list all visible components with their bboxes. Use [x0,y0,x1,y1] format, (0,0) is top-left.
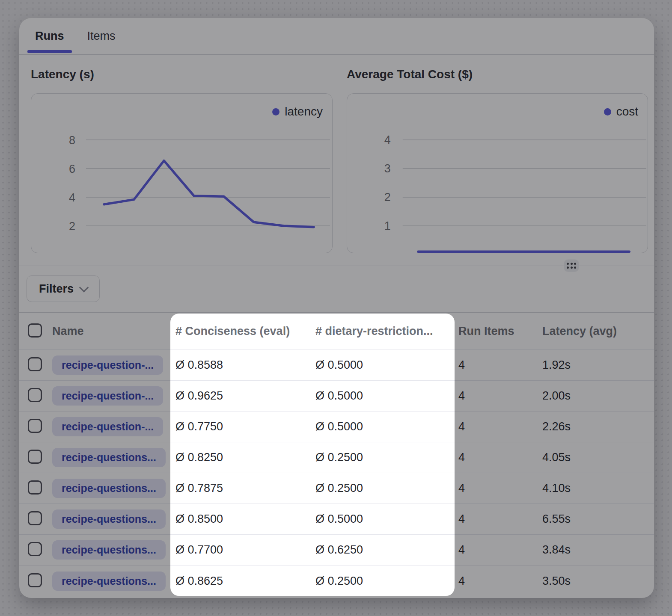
table-row[interactable]: recipe-questions... Ø 0.8500 Ø 0.5000 4 … [19,504,654,535]
table-header: Name # Conciseness (eval) # dietary-rest… [19,312,654,350]
row-checkbox[interactable] [28,419,42,433]
dietary-restriction-cell: Ø 0.2500 [315,482,458,495]
run-name-cell: recipe-question-... [52,386,175,406]
conciseness-cell: Ø 0.8625 [175,575,315,588]
row-select-cell [19,357,52,373]
cost-line-chart: 4321 [347,94,648,253]
latency-chart-legend: latency [272,105,323,118]
svg-text:6: 6 [69,163,75,175]
chevron-down-icon [79,283,89,293]
conciseness-cell: Ø 0.9625 [175,389,315,403]
table-row[interactable]: recipe-question-... Ø 0.9625 Ø 0.5000 4 … [19,381,654,412]
table-row[interactable]: recipe-questions... Ø 0.7700 Ø 0.6250 4 … [19,535,654,566]
run-name-badge[interactable]: recipe-question-... [52,417,163,436]
dietary-restriction-cell: Ø 0.2500 [315,575,458,588]
run-items-cell: 4 [458,451,542,464]
cost-legend-dot-icon [604,108,611,116]
conciseness-cell: Ø 0.7700 [175,543,315,557]
latency-legend-dot-icon [272,108,280,116]
cost-chart-legend: cost [604,105,638,118]
charts-section: Latency (s) 8642 latency Average Total C… [19,55,654,266]
run-name-badge[interactable]: recipe-questions... [52,479,166,498]
run-items-cell: 4 [458,575,542,588]
column-header-dietary-restriction[interactable]: # dietary-restriction... [315,325,458,338]
row-checkbox[interactable] [28,480,42,495]
conciseness-cell: Ø 0.7750 [175,420,315,433]
run-name-cell: recipe-question-... [52,417,175,436]
table-row[interactable]: recipe-questions... Ø 0.7875 Ø 0.2500 4 … [19,473,654,504]
latency-avg-cell: 1.92s [542,358,654,372]
column-header-latency-avg[interactable]: Latency (avg) [542,325,654,338]
row-select-cell [19,419,52,435]
runs-panel-card: Runs Items Latency (s) 8642 latency Aver… [19,18,654,598]
svg-text:3: 3 [384,162,391,175]
row-select-cell [19,573,52,589]
svg-text:2: 2 [69,220,75,233]
tab-runs-label: Runs [35,30,64,43]
table-body: recipe-question-... Ø 0.8588 Ø 0.5000 4 … [19,350,654,596]
table-row[interactable]: recipe-questions... Ø 0.8250 Ø 0.2500 4 … [19,442,654,473]
latency-legend-label: latency [285,105,323,118]
row-checkbox[interactable] [28,450,42,464]
column-header-run-items[interactable]: Run Items [458,325,542,338]
run-items-cell: 4 [458,512,542,526]
table-row[interactable]: recipe-question-... Ø 0.7750 Ø 0.5000 4 … [19,412,654,442]
run-name-cell: recipe-questions... [52,479,175,498]
filters-button[interactable]: Filters [27,275,100,302]
select-all-checkbox[interactable] [28,323,42,338]
row-checkbox[interactable] [28,388,42,402]
run-name-badge[interactable]: recipe-questions... [52,540,166,560]
row-select-cell [19,450,52,465]
column-header-name[interactable]: Name [52,325,175,338]
run-items-cell: 4 [458,482,542,495]
run-items-cell: 4 [458,358,542,372]
row-checkbox[interactable] [28,357,42,371]
run-name-badge[interactable]: recipe-question-... [52,386,163,406]
select-all-cell [19,323,52,339]
cost-chart-title: Average Total Cost ($) [347,68,473,81]
row-checkbox[interactable] [28,511,42,525]
latency-avg-cell: 2.00s [542,389,654,403]
row-select-cell [19,542,52,558]
run-name-badge[interactable]: recipe-question-... [52,355,163,375]
run-name-cell: recipe-questions... [52,448,175,467]
filters-button-label: Filters [39,282,74,296]
dietary-restriction-cell: Ø 0.6250 [315,543,458,557]
latency-avg-cell: 4.10s [542,482,654,495]
page-background: Runs Items Latency (s) 8642 latency Aver… [0,0,672,616]
conciseness-cell: Ø 0.7875 [175,482,315,495]
column-header-conciseness[interactable]: # Conciseness (eval) [175,325,315,338]
latency-avg-cell: 6.55s [542,512,654,526]
svg-text:8: 8 [69,134,75,147]
runs-table: Name # Conciseness (eval) # dietary-rest… [19,312,654,596]
cost-legend-label: cost [616,105,638,118]
dietary-restriction-cell: Ø 0.5000 [315,420,458,433]
cost-chart: 4321 cost [347,93,648,253]
latency-avg-cell: 2.26s [542,420,654,433]
run-name-badge[interactable]: recipe-questions... [52,509,166,529]
latency-avg-cell: 4.05s [542,451,654,464]
run-name-cell: recipe-questions... [52,509,175,529]
svg-text:2: 2 [384,191,391,204]
row-select-cell [19,388,52,404]
run-items-cell: 4 [458,420,542,433]
row-checkbox[interactable] [28,542,42,556]
dietary-restriction-cell: Ø 0.5000 [315,389,458,403]
active-tab-underline [27,50,72,53]
table-row[interactable]: recipe-question-... Ø 0.8588 Ø 0.5000 4 … [19,350,654,381]
conciseness-cell: Ø 0.8250 [175,451,315,464]
table-row[interactable]: recipe-questions... Ø 0.8625 Ø 0.2500 4 … [19,566,654,596]
tab-runs[interactable]: Runs [27,18,72,54]
run-items-cell: 4 [458,543,542,557]
conciseness-cell: Ø 0.8500 [175,512,315,526]
resize-drag-handle[interactable] [564,260,579,272]
row-select-cell [19,480,52,496]
run-name-badge[interactable]: recipe-questions... [52,572,166,591]
row-select-cell [19,511,52,527]
latency-avg-cell: 3.50s [542,575,654,588]
row-checkbox[interactable] [28,573,42,587]
run-name-badge[interactable]: recipe-questions... [52,448,166,467]
tab-items[interactable]: Items [80,18,123,54]
run-name-cell: recipe-question-... [52,355,175,375]
tabs-bar: Runs Items [19,18,654,55]
